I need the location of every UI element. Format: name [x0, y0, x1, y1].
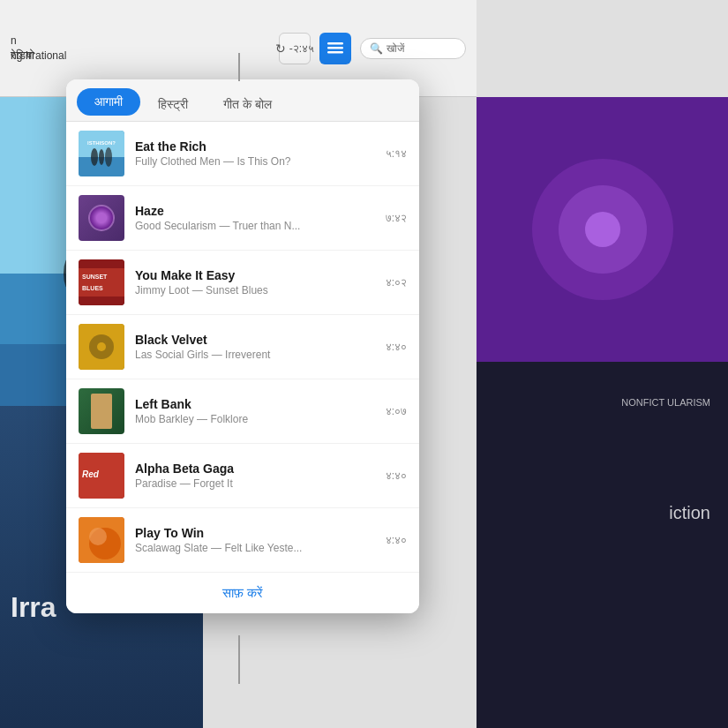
- svg-point-25: [97, 342, 106, 351]
- track-duration-5: ४:०७: [386, 405, 407, 417]
- fiction-label: iction: [669, 503, 710, 523]
- svg-text:Red: Red: [82, 469, 100, 479]
- art-isthison: ISTHISON?: [79, 131, 124, 176]
- popup-arrow-top: [238, 53, 240, 81]
- track-title-5: Left Bank: [135, 397, 375, 411]
- nonfiction-label: NONFICT ULARISM: [621, 397, 710, 408]
- album-art-2: [79, 195, 124, 241]
- album-art-4: [79, 324, 124, 370]
- svg-rect-11: [327, 47, 343, 49]
- leftbank-spine: [91, 394, 112, 429]
- track-info-4: Black Velvet Las Social Girls — Irrevere…: [135, 333, 375, 361]
- tabs-row: आगामी हिस्ट्री गीत के बोल: [66, 79, 419, 122]
- track-item-7[interactable]: Play To Win Scalawag Slate — Felt Like Y…: [66, 508, 419, 573]
- track-item-5[interactable]: Left Bank Mob Barkley — Folklore ४:०७: [66, 379, 419, 444]
- svg-text:ISTHISON?: ISTHISON?: [87, 140, 116, 146]
- track-item-4[interactable]: Black Velvet Las Social Girls — Irrevere…: [66, 315, 419, 379]
- tab-history[interactable]: हिस्ट्री: [140, 88, 206, 121]
- svg-rect-20: [79, 268, 124, 296]
- track-info-2: Haze Good Secularism — Truer than N...: [135, 204, 375, 232]
- search-icon: 🔍: [370, 42, 383, 55]
- svg-point-9: [585, 212, 620, 247]
- track-item-3[interactable]: SUNSET BLUES You Make It Easy Jimmy Loot…: [66, 251, 419, 315]
- track-title-6: Alpha Beta Gaga: [135, 462, 375, 476]
- queue-button[interactable]: [319, 33, 351, 64]
- popup-panel: आगामी हिस्ट्री गीत के बोल ISTHISON?: [66, 79, 419, 613]
- svg-point-16: [91, 148, 98, 166]
- track-sub-1: Fully Clothed Men — Is This On?: [135, 155, 375, 168]
- search-placeholder: खोजें: [387, 42, 404, 55]
- repeat-button[interactable]: ↻ -२:४५: [279, 33, 311, 64]
- tab-lyrics[interactable]: गीत के बोल: [206, 88, 289, 121]
- track-info-1: Eat the Rich Fully Clothed Men — Is This…: [135, 139, 375, 168]
- svg-point-30: [89, 528, 107, 545]
- art-leftbank: [79, 388, 124, 434]
- svg-point-17: [99, 149, 104, 165]
- art-playtowin: [79, 517, 124, 563]
- radio-label: रेडियो: [11, 49, 34, 63]
- station-name: n: [11, 34, 270, 49]
- album-art-5: [79, 388, 124, 434]
- album-art-3: SUNSET BLUES: [79, 259, 124, 305]
- track-title-3: You Make It Easy: [135, 268, 375, 282]
- repeat-icon: ↻: [275, 41, 286, 56]
- track-sub-3: Jimmy Loot — Sunset Blues: [135, 284, 375, 296]
- track-info-7: Play To Win Scalawag Slate — Felt Like Y…: [135, 526, 375, 554]
- tab-upcoming[interactable]: आगामी: [77, 88, 140, 116]
- time-display: -२:४५: [289, 42, 314, 55]
- svg-point-18: [105, 147, 112, 167]
- right-album-art: [477, 97, 728, 362]
- art-haze: [79, 195, 124, 241]
- station-sub: ng Irrational: [11, 49, 270, 64]
- svg-rect-12: [327, 51, 343, 54]
- track-title-4: Black Velvet: [135, 333, 375, 347]
- track-info-5: Left Bank Mob Barkley — Folklore: [135, 397, 375, 425]
- art-youmakeit: SUNSET BLUES: [79, 259, 124, 305]
- right-album-area: NONFICT ULARISM iction: [477, 97, 728, 728]
- popup-arrow-bottom: [238, 635, 240, 684]
- album-art-6: Red: [79, 453, 124, 499]
- svg-text:BLUES: BLUES: [82, 285, 103, 291]
- track-sub-4: Las Social Girls — Irreverent: [135, 349, 375, 361]
- track-duration-6: ४:४०: [386, 469, 407, 482]
- track-info-6: Alpha Beta Gaga Paradise — Forget It: [135, 462, 375, 490]
- svg-rect-10: [327, 42, 343, 45]
- track-title-7: Play To Win: [135, 526, 375, 540]
- track-info-3: You Make It Easy Jimmy Loot — Sunset Blu…: [135, 268, 375, 296]
- album-art-1: ISTHISON?: [79, 131, 124, 176]
- clear-section: साफ़ करें: [66, 573, 419, 613]
- track-sub-5: Mob Barkley — Folklore: [135, 413, 375, 425]
- clear-button[interactable]: साफ़ करें: [222, 585, 263, 601]
- art-alphabeta: Red: [79, 453, 124, 499]
- art-blackvelvet: [79, 324, 124, 370]
- track-item-6[interactable]: Red Alpha Beta Gaga Paradise — Forget It…: [66, 444, 419, 508]
- svg-text:SUNSET: SUNSET: [82, 274, 108, 280]
- search-bar[interactable]: 🔍 खोजें: [360, 38, 466, 59]
- track-duration-3: ४:०२: [386, 276, 407, 289]
- track-sub-6: Paradise — Forget It: [135, 477, 375, 490]
- haze-disc: [88, 205, 115, 231]
- track-duration-1: ५:१४: [386, 147, 407, 160]
- track-title-2: Haze: [135, 204, 375, 218]
- track-title-1: Eat the Rich: [135, 139, 375, 154]
- track-list: ISTHISON? Eat the Rich Fully Clothed Men…: [66, 122, 419, 573]
- track-sub-7: Scalawag Slate — Felt Like Yeste...: [135, 542, 375, 554]
- track-duration-7: ४:४०: [386, 534, 407, 546]
- irra-label: Irra: [11, 591, 56, 624]
- track-item-2[interactable]: Haze Good Secularism — Truer than N... ७…: [66, 186, 419, 251]
- track-item-1[interactable]: ISTHISON? Eat the Rich Fully Clothed Men…: [66, 122, 419, 186]
- track-duration-4: ४:४०: [386, 341, 407, 353]
- track-duration-2: ७:४२: [386, 212, 407, 224]
- track-sub-2: Good Secularism — Truer than N...: [135, 220, 375, 232]
- album-art-7: [79, 517, 124, 563]
